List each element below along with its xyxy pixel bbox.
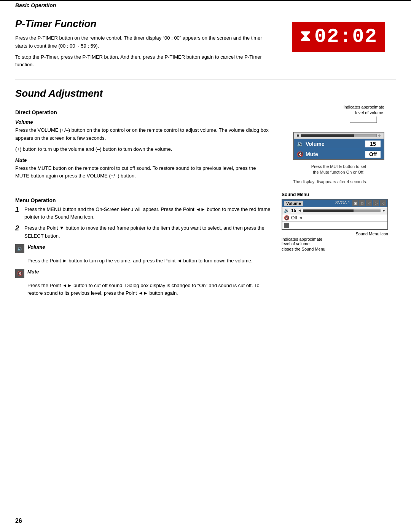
volume-icon-label: Volume	[27, 244, 45, 250]
slider-dot-left	[297, 134, 299, 137]
display-disappears: The display disappears after 4 seconds.	[293, 179, 367, 184]
mute-icon-section: 🔇 Mute	[15, 269, 274, 278]
sm-volume-val: 15	[291, 208, 296, 213]
volume-icon-section: 🔉 Volume	[15, 244, 274, 253]
mute-icon: 🔇	[17, 271, 23, 276]
menu-op-section: Menu Operation 1 Press the MENU button a…	[15, 192, 396, 298]
page-number: 26	[15, 518, 22, 524]
mute-subtitle: Mute	[15, 157, 270, 163]
volume-icon-body: Press the Point ► button to turn up the …	[27, 257, 274, 265]
slider-fill	[301, 134, 354, 137]
ptimer-title: P-Timer Function	[15, 18, 270, 30]
step-1-text: Press the MENU button and the On-Screen …	[24, 206, 274, 222]
mute-icon-body: Press the Point ◄► button to cut off sou…	[27, 282, 274, 298]
volume-speaker-icon: 🔉	[297, 141, 303, 147]
volume-dialog: 🔉 Volume 15 🔇 Mute Off	[293, 132, 384, 160]
mute-body: Press the MUTE button on the remote cont…	[15, 165, 270, 181]
mute-icon-label: Mute	[27, 269, 39, 275]
menu-op-left: Menu Operation 1 Press the MENU button a…	[15, 192, 274, 298]
sm-mute-icon: 🔇	[284, 215, 290, 220]
mute-value: Off	[365, 151, 381, 158]
slider-row	[294, 133, 384, 139]
sm-icon-4: ▷	[373, 200, 379, 206]
volume-menu-icon: 🔉	[15, 244, 24, 253]
step-number-2: 2	[15, 224, 22, 240]
mute-menu-icon: 🔇	[15, 269, 24, 278]
direct-op-right: indicates approximate level of volume.	[282, 104, 396, 184]
press-mute-caption: Press the MUTE button to set the Mute fu…	[293, 164, 384, 176]
closes-sound-menu-annotation: closes the Sound Menu.	[282, 247, 388, 251]
step-number-1: 1	[15, 206, 22, 222]
ptimer-right: ⧗ 02:02	[282, 18, 396, 72]
sm-icon-1: ▣	[352, 200, 358, 206]
sound-menu-top-icons: SVGA 1 ▣ □ ♡ ▷ ◁	[335, 200, 386, 206]
sm-mute-arrow: ◄	[299, 216, 303, 220]
volume-body2: (+) button to turn up the volume and (–)…	[15, 145, 270, 153]
sound-menu-topbar: Volume SVGA 1 ▣ □ ♡ ▷ ◁	[282, 200, 387, 207]
sound-menu-icon-label: Sound Menu icon	[355, 232, 388, 236]
sm-slider-fill	[303, 209, 353, 212]
sm-arrow-right: ►	[382, 208, 386, 212]
section-header: Basic Operation	[15, 2, 56, 8]
mute-speaker-icon: 🔇	[297, 151, 303, 157]
sound-section: Sound Adjustment Direct Operation Volume…	[15, 88, 396, 297]
menu-step-2: 2 Press the Point ▼ button to move the r…	[15, 224, 274, 240]
indicates-approx2-annotation: indicates approximate level of volume.	[282, 237, 388, 246]
volume-label: Volume	[306, 141, 365, 147]
sm-icon-5: ◁	[380, 200, 386, 206]
slider-dot-right	[378, 134, 381, 137]
slider-track	[301, 134, 377, 137]
sm-mute-val: Off	[291, 215, 297, 220]
sound-menu-annotations: Sound Menu icon indicates approximate le…	[282, 232, 388, 251]
approx-level-text: indicates approximate level of volume.	[344, 105, 384, 115]
closes-sound-menu-text: closes the Sound Menu.	[282, 247, 327, 251]
indicates-approx2-text: indicates approximate level of volume.	[282, 237, 322, 246]
sound-menu-volume-row: 🔉 15 ◄ ►	[282, 207, 387, 214]
annotation-line-svg	[346, 116, 384, 123]
ptimer-body1: Press the P-TIMER button on the remote c…	[15, 34, 270, 50]
mute-caption-block: Press the MUTE button to set the Mute fu…	[293, 162, 384, 176]
volume-value: 15	[365, 141, 381, 147]
ptimer-body2: To stop the P-Timer, press the P-TIMER b…	[15, 53, 270, 69]
ptimer-left: P-Timer Function Press the P-TIMER butto…	[15, 18, 270, 72]
volume-row: 🔉 Volume 15	[294, 139, 384, 149]
step-2-text: Press the Point ▼ button to move the red…	[24, 224, 274, 240]
menu-op-right: Sound Menu Volume SVGA 1 ▣ □ ♡ ▷ ◁	[282, 192, 396, 298]
sm-close-icon	[284, 223, 289, 228]
top-bar: Basic Operation	[0, 0, 411, 10]
sound-menu-box: Volume SVGA 1 ▣ □ ♡ ▷ ◁	[282, 199, 388, 230]
menu-step-1: 1 Press the MENU button and the On-Scree…	[15, 206, 274, 222]
mute-row: 🔇 Mute Off	[294, 149, 384, 159]
direct-op-left: Direct Operation Volume Press the VOLUME…	[15, 104, 270, 184]
menu-op-title: Menu Operation	[15, 197, 274, 203]
sound-menu-mute-row: 🔇 Off ◄	[282, 214, 387, 222]
section-divider	[15, 80, 396, 80]
volume-body: Press the VOLUME (+/–) button on the top…	[15, 126, 270, 142]
sm-speaker-icon: 🔉	[284, 208, 290, 213]
sound-menu-title: Sound Menu	[282, 192, 388, 197]
svga-label: SVGA 1	[335, 200, 350, 206]
display-disappears-block: The display disappears after 4 seconds.	[293, 179, 384, 184]
main-content: P-Timer Function Press the P-TIMER butto…	[0, 10, 411, 313]
ptimer-time: 02:02	[314, 26, 378, 48]
ptimer-section: P-Timer Function Press the P-TIMER butto…	[15, 18, 396, 72]
sm-icon-3: ♡	[366, 200, 372, 206]
mute-label: Mute	[306, 151, 365, 157]
direct-op-section: Direct Operation Volume Press the VOLUME…	[15, 104, 396, 184]
ptimer-display: ⧗ 02:02	[292, 22, 385, 52]
sound-menu-icon-annotation: Sound Menu icon	[282, 232, 388, 236]
sound-menu-close-row	[282, 222, 387, 229]
ptimer-hourglass-icon: ⧗	[300, 28, 311, 46]
sm-arrow-left: ◄	[298, 208, 301, 212]
speaker-icon: 🔉	[17, 246, 23, 251]
volume-subtitle: Volume	[15, 119, 270, 125]
sm-icon-2: □	[359, 200, 365, 206]
sound-title: Sound Adjustment	[15, 88, 396, 99]
approx-annotation-top: indicates approximate level of volume.	[293, 104, 384, 123]
sound-menu-container: Sound Menu Volume SVGA 1 ▣ □ ♡ ▷ ◁	[282, 192, 388, 251]
sm-slider	[303, 209, 381, 212]
sound-menu-volume-label: Volume	[284, 201, 303, 206]
direct-op-title: Direct Operation	[15, 109, 270, 115]
